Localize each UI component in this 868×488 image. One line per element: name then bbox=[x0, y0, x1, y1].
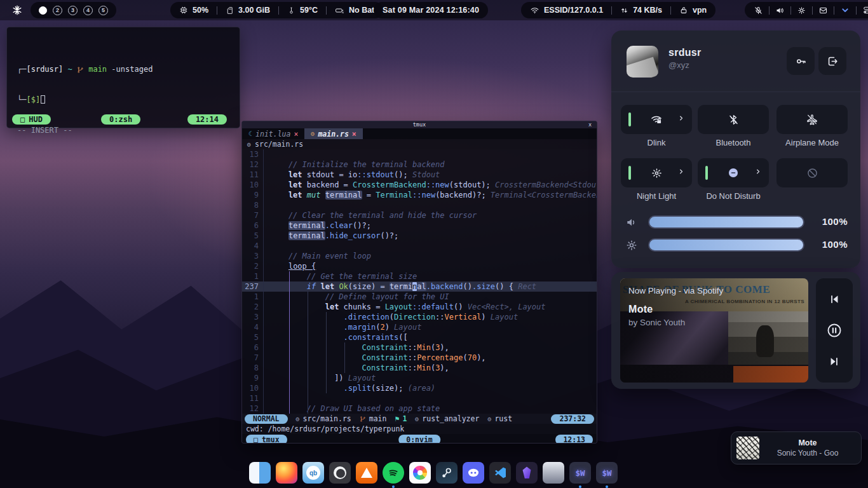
workspace-3[interactable]: 3 bbox=[68, 6, 78, 15]
next-track-button[interactable] bbox=[824, 351, 845, 372]
tmux-session-pill[interactable]: □tmux bbox=[246, 435, 287, 444]
tab-close-icon[interactable]: × bbox=[294, 130, 298, 139]
code-line: 7 // Clear the terminal and hide the cur… bbox=[242, 210, 597, 220]
dock-discord[interactable] bbox=[463, 462, 484, 488]
brightness-value: 100% bbox=[822, 239, 848, 250]
volume-slider[interactable] bbox=[648, 215, 804, 229]
chevron-down-icon[interactable] bbox=[840, 5, 850, 15]
toggle-bluetooth[interactable] bbox=[698, 105, 769, 134]
dock-vlc[interactable] bbox=[356, 462, 377, 488]
editor-window[interactable]: tmux x ☾ init.lua × ⚙ main.rs × ⚙ src/ma… bbox=[241, 121, 597, 444]
toggle-disabled[interactable] bbox=[776, 158, 848, 187]
dock-sw-terminal-2[interactable]: $W bbox=[596, 462, 618, 488]
battery-missing-icon bbox=[335, 6, 344, 15]
workspace-2[interactable]: 2 bbox=[53, 6, 62, 15]
breadcrumb-path: src/main.rs bbox=[255, 140, 303, 149]
lock-keys-button[interactable] bbox=[787, 47, 815, 75]
dock-file-manager[interactable] bbox=[249, 462, 271, 488]
tab-close-icon[interactable]: × bbox=[352, 130, 356, 139]
dock-trash[interactable] bbox=[543, 462, 564, 488]
workspace-5[interactable]: 5 bbox=[98, 6, 108, 15]
dock-steam[interactable] bbox=[436, 462, 458, 488]
network-widget[interactable]: ESSID/127.0.0.1 74 KB/s vpn bbox=[521, 2, 715, 18]
code-editor[interactable]: 1312 // Initialize the terminal backend1… bbox=[242, 149, 597, 414]
git-branch-icon bbox=[77, 66, 84, 74]
dock-qbittorrent[interactable]: qb bbox=[302, 462, 324, 488]
brightness-icon bbox=[625, 239, 638, 252]
gear-icon[interactable] bbox=[797, 6, 806, 15]
divider bbox=[611, 92, 860, 92]
now-playing-source: Now Playing - via Spotify bbox=[628, 286, 723, 295]
qbittorrent-icon: qb bbox=[302, 462, 324, 484]
flag-icon: ⚑ bbox=[395, 414, 399, 423]
microphone-muted-icon[interactable] bbox=[754, 6, 763, 15]
album-art[interactable]: SHAPE OF PUNK TO COME A CHIMERICAL BOMBI… bbox=[620, 278, 808, 383]
cpu-icon bbox=[179, 6, 188, 15]
dock-obsidian[interactable] bbox=[516, 462, 538, 488]
key-icon bbox=[795, 55, 807, 67]
wifi-icon bbox=[530, 6, 539, 15]
window-close-button[interactable]: x bbox=[588, 121, 592, 128]
chevron-right-icon[interactable] bbox=[677, 168, 685, 175]
code-line: 13 bbox=[242, 149, 597, 159]
session-pill[interactable]: □HUD bbox=[12, 114, 51, 125]
vi-mode-indicator: -- INSERT -- bbox=[17, 125, 229, 135]
thermometer-icon bbox=[287, 6, 295, 15]
dock-firefox[interactable] bbox=[276, 462, 297, 488]
clock-widget[interactable]: Sat 09 Mar 2024 12:16:40 bbox=[374, 2, 488, 18]
vlc-icon bbox=[356, 462, 377, 484]
code-line: 7 Constraint::Percentage(70), bbox=[242, 353, 597, 363]
dock-sw-terminal-1[interactable]: $W bbox=[569, 462, 591, 488]
square-icon: □ bbox=[20, 114, 25, 125]
sun-icon bbox=[651, 167, 663, 179]
media-notification[interactable]: Mote Sonic Youth - Goo bbox=[731, 431, 862, 464]
firefox-icon bbox=[276, 462, 297, 484]
system-stats-widget[interactable]: 50% 3.00 GiB 59°C No Bat bbox=[170, 2, 383, 18]
tmux-statusbar: □tmux 0:nvim 12:13 bbox=[242, 434, 597, 444]
statusline: NORMAL ⚙src/main.rs main ⚑1 ⚙rust_analyz… bbox=[242, 414, 597, 424]
toggle-night-light[interactable] bbox=[621, 158, 692, 187]
distro-logo-icon[interactable] bbox=[11, 4, 23, 16]
bluetooth-off-icon bbox=[728, 114, 740, 126]
code-line: 237 if let Ok(size) = terminal.backend()… bbox=[242, 281, 597, 292]
terminal-window[interactable]: ┌─[srdusr] ~ main -unstaged └─[$] -- INS… bbox=[6, 27, 240, 128]
workspace-4[interactable]: 4 bbox=[83, 6, 93, 15]
prompt-line-1: ┌─[srdusr] ~ main -unstaged bbox=[17, 64, 229, 74]
divider bbox=[790, 6, 791, 15]
statusline-filetype: ⚙rust bbox=[487, 414, 512, 423]
winbar-breadcrumb: ⚙ src/main.rs bbox=[242, 139, 597, 149]
discord-icon bbox=[463, 462, 484, 484]
toggle-do-not-disturb[interactable] bbox=[698, 158, 769, 187]
terminal-output: ┌─[srdusr] ~ main -unstaged └─[$] -- INS… bbox=[7, 27, 240, 156]
toggle-airplane-mode[interactable] bbox=[776, 105, 848, 134]
logout-button[interactable] bbox=[818, 47, 846, 75]
tab-init-lua[interactable]: ☾ init.lua × bbox=[242, 128, 304, 139]
previous-track-button[interactable] bbox=[824, 288, 845, 310]
terminal-statusbar: □HUD 0:zsh 12:14 bbox=[11, 114, 236, 125]
workspace-1[interactable] bbox=[39, 6, 47, 15]
window-pill[interactable]: 0:zsh bbox=[101, 114, 140, 125]
mail-icon[interactable] bbox=[818, 6, 828, 15]
dock-obs[interactable] bbox=[329, 462, 351, 488]
vpn-label: vpn bbox=[693, 6, 707, 15]
chevron-right-icon[interactable] bbox=[754, 168, 762, 175]
pause-button[interactable] bbox=[824, 320, 845, 341]
minus-circle-icon bbox=[727, 166, 740, 179]
code-line: 12 // Initialize the terminal backend bbox=[242, 159, 597, 170]
tab-main-rs[interactable]: ⚙ main.rs × bbox=[304, 128, 362, 139]
toggle-wifi-dlink[interactable] bbox=[621, 105, 692, 134]
tmux-window-pill[interactable]: 0:nvim bbox=[398, 435, 440, 444]
essid: ESSID/127.0.0.1 bbox=[544, 6, 603, 15]
toggles-icon[interactable] bbox=[862, 5, 868, 15]
dock-vscode[interactable] bbox=[489, 462, 511, 488]
workspaces: 2345 bbox=[31, 2, 116, 18]
chevron-right-icon[interactable] bbox=[677, 114, 685, 122]
tab-label: init.lua bbox=[255, 130, 290, 139]
spotify-icon bbox=[383, 462, 404, 484]
speaker-icon[interactable] bbox=[775, 6, 785, 15]
dock-spotify[interactable] bbox=[383, 462, 404, 488]
wifi-lock-icon bbox=[650, 113, 663, 126]
window-titlebar: tmux x bbox=[242, 121, 597, 128]
brightness-slider[interactable] bbox=[648, 238, 804, 252]
dock-photos[interactable] bbox=[409, 462, 431, 488]
